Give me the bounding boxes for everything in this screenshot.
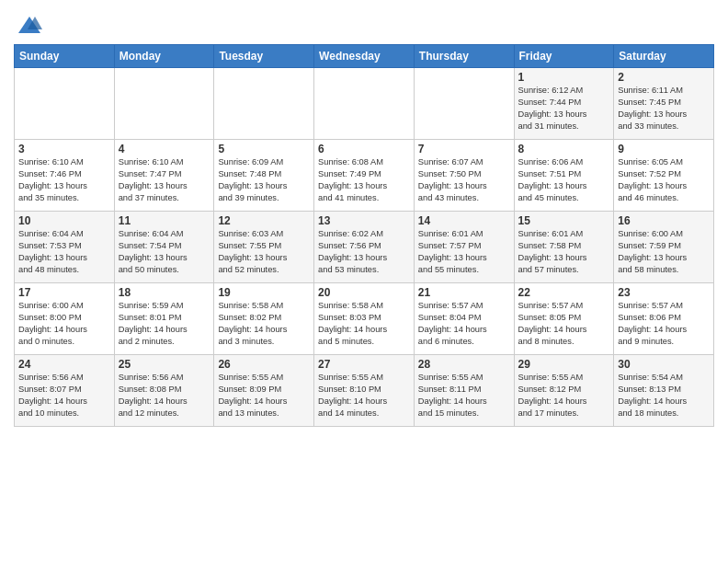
day-number: 12 <box>218 214 310 227</box>
weekday-header-saturday: Saturday <box>614 45 714 68</box>
weekday-header-friday: Friday <box>514 45 614 68</box>
day-info: Sunrise: 6:12 AM Sunset: 7:44 PM Dayligh… <box>518 85 610 132</box>
calendar-cell: 16Sunrise: 6:00 AM Sunset: 7:59 PM Dayli… <box>614 212 714 283</box>
weekday-header-tuesday: Tuesday <box>214 45 314 68</box>
weekday-header-wednesday: Wednesday <box>314 45 415 68</box>
day-info: Sunrise: 5:55 AM Sunset: 8:09 PM Dayligh… <box>218 372 310 419</box>
calendar-cell: 8Sunrise: 6:06 AM Sunset: 7:51 PM Daylig… <box>514 140 614 212</box>
logo <box>14 13 42 39</box>
day-info: Sunrise: 5:57 AM Sunset: 8:05 PM Dayligh… <box>518 300 610 348</box>
calendar-cell: 14Sunrise: 6:01 AM Sunset: 7:57 PM Dayli… <box>414 212 514 283</box>
calendar-page: SundayMondayTuesdayWednesdayThursdayFrid… <box>0 0 728 563</box>
day-number: 5 <box>218 143 310 155</box>
calendar-cell: 17Sunrise: 6:00 AM Sunset: 8:00 PM Dayli… <box>15 283 115 355</box>
calendar-cell: 27Sunrise: 5:55 AM Sunset: 8:10 PM Dayli… <box>314 355 415 427</box>
day-number: 18 <box>119 286 210 299</box>
calendar-cell: 15Sunrise: 6:01 AM Sunset: 7:58 PM Dayli… <box>514 212 614 283</box>
week-row-0: 1Sunrise: 6:12 AM Sunset: 7:44 PM Daylig… <box>15 68 714 140</box>
calendar-cell: 30Sunrise: 5:54 AM Sunset: 8:13 PM Dayli… <box>614 355 714 427</box>
day-info: Sunrise: 6:01 AM Sunset: 7:58 PM Dayligh… <box>518 228 610 276</box>
day-number: 15 <box>518 214 610 227</box>
calendar-cell: 22Sunrise: 5:57 AM Sunset: 8:05 PM Dayli… <box>514 283 614 355</box>
calendar-cell: 2Sunrise: 6:11 AM Sunset: 7:45 PM Daylig… <box>614 68 714 140</box>
weekday-row: SundayMondayTuesdayWednesdayThursdayFrid… <box>15 45 714 68</box>
day-number: 25 <box>119 358 210 371</box>
calendar-cell: 19Sunrise: 5:58 AM Sunset: 8:02 PM Dayli… <box>214 283 314 355</box>
calendar-cell: 1Sunrise: 6:12 AM Sunset: 7:44 PM Daylig… <box>514 68 614 140</box>
calendar-cell: 29Sunrise: 5:55 AM Sunset: 8:12 PM Dayli… <box>514 355 614 427</box>
calendar-cell: 23Sunrise: 5:57 AM Sunset: 8:06 PM Dayli… <box>614 283 714 355</box>
day-info: Sunrise: 6:00 AM Sunset: 7:59 PM Dayligh… <box>618 228 710 276</box>
day-info: Sunrise: 6:10 AM Sunset: 7:46 PM Dayligh… <box>18 156 110 204</box>
week-row-3: 17Sunrise: 6:00 AM Sunset: 8:00 PM Dayli… <box>15 283 714 355</box>
day-info: Sunrise: 6:10 AM Sunset: 7:47 PM Dayligh… <box>119 156 210 204</box>
day-info: Sunrise: 6:11 AM Sunset: 7:45 PM Dayligh… <box>618 85 710 132</box>
day-number: 13 <box>318 214 410 227</box>
day-number: 2 <box>618 71 710 84</box>
weekday-header-sunday: Sunday <box>15 45 115 68</box>
day-info: Sunrise: 6:05 AM Sunset: 7:52 PM Dayligh… <box>618 156 710 204</box>
day-info: Sunrise: 5:57 AM Sunset: 8:06 PM Dayligh… <box>618 300 710 348</box>
day-info: Sunrise: 5:55 AM Sunset: 8:11 PM Dayligh… <box>418 372 510 419</box>
calendar-cell: 13Sunrise: 6:02 AM Sunset: 7:56 PM Dayli… <box>314 212 415 283</box>
calendar-cell: 10Sunrise: 6:04 AM Sunset: 7:53 PM Dayli… <box>15 212 115 283</box>
day-info: Sunrise: 5:59 AM Sunset: 8:01 PM Dayligh… <box>119 300 210 348</box>
day-info: Sunrise: 5:56 AM Sunset: 8:08 PM Dayligh… <box>119 372 210 419</box>
day-number: 11 <box>119 214 210 227</box>
day-number: 26 <box>218 358 310 371</box>
day-number: 22 <box>518 286 610 299</box>
day-info: Sunrise: 6:09 AM Sunset: 7:48 PM Dayligh… <box>218 156 310 204</box>
day-number: 8 <box>518 143 610 155</box>
calendar-cell <box>314 68 415 140</box>
day-number: 28 <box>418 358 510 371</box>
calendar-cell: 3Sunrise: 6:10 AM Sunset: 7:46 PM Daylig… <box>15 140 115 212</box>
day-number: 17 <box>18 286 110 299</box>
day-number: 16 <box>618 214 710 227</box>
day-number: 29 <box>518 358 610 371</box>
calendar-cell <box>15 68 115 140</box>
day-info: Sunrise: 6:01 AM Sunset: 7:57 PM Dayligh… <box>418 228 510 276</box>
calendar-cell: 11Sunrise: 6:04 AM Sunset: 7:54 PM Dayli… <box>114 212 214 283</box>
calendar-cell: 4Sunrise: 6:10 AM Sunset: 7:47 PM Daylig… <box>114 140 214 212</box>
calendar-cell <box>414 68 514 140</box>
calendar-header: SundayMondayTuesdayWednesdayThursdayFrid… <box>15 45 714 68</box>
day-info: Sunrise: 6:07 AM Sunset: 7:50 PM Dayligh… <box>418 156 510 204</box>
calendar-cell: 7Sunrise: 6:07 AM Sunset: 7:50 PM Daylig… <box>414 140 514 212</box>
calendar-cell: 24Sunrise: 5:56 AM Sunset: 8:07 PM Dayli… <box>15 355 115 427</box>
calendar-cell: 12Sunrise: 6:03 AM Sunset: 7:55 PM Dayli… <box>214 212 314 283</box>
header <box>14 9 714 39</box>
day-info: Sunrise: 6:00 AM Sunset: 8:00 PM Dayligh… <box>18 300 110 348</box>
day-number: 24 <box>18 358 110 371</box>
calendar-cell: 21Sunrise: 5:57 AM Sunset: 8:04 PM Dayli… <box>414 283 514 355</box>
day-info: Sunrise: 6:06 AM Sunset: 7:51 PM Dayligh… <box>518 156 610 204</box>
day-number: 23 <box>618 286 710 299</box>
calendar-cell <box>114 68 214 140</box>
day-number: 4 <box>119 143 210 155</box>
day-info: Sunrise: 5:55 AM Sunset: 8:10 PM Dayligh… <box>318 372 410 419</box>
logo-icon <box>17 13 42 39</box>
week-row-2: 10Sunrise: 6:04 AM Sunset: 7:53 PM Dayli… <box>15 212 714 283</box>
day-number: 1 <box>518 71 610 84</box>
day-info: Sunrise: 5:57 AM Sunset: 8:04 PM Dayligh… <box>418 300 510 348</box>
day-number: 9 <box>618 143 710 155</box>
calendar-table: SundayMondayTuesdayWednesdayThursdayFrid… <box>14 44 714 427</box>
day-number: 30 <box>618 358 710 371</box>
day-number: 27 <box>318 358 410 371</box>
day-info: Sunrise: 6:03 AM Sunset: 7:55 PM Dayligh… <box>218 228 310 276</box>
day-info: Sunrise: 5:55 AM Sunset: 8:12 PM Dayligh… <box>518 372 610 419</box>
day-info: Sunrise: 5:54 AM Sunset: 8:13 PM Dayligh… <box>618 372 710 419</box>
day-number: 19 <box>218 286 310 299</box>
day-info: Sunrise: 6:02 AM Sunset: 7:56 PM Dayligh… <box>318 228 410 276</box>
day-info: Sunrise: 6:04 AM Sunset: 7:53 PM Dayligh… <box>18 228 110 276</box>
calendar-cell: 5Sunrise: 6:09 AM Sunset: 7:48 PM Daylig… <box>214 140 314 212</box>
week-row-4: 24Sunrise: 5:56 AM Sunset: 8:07 PM Dayli… <box>15 355 714 427</box>
calendar-cell: 18Sunrise: 5:59 AM Sunset: 8:01 PM Dayli… <box>114 283 214 355</box>
day-info: Sunrise: 6:04 AM Sunset: 7:54 PM Dayligh… <box>119 228 210 276</box>
day-number: 21 <box>418 286 510 299</box>
weekday-header-monday: Monday <box>114 45 214 68</box>
day-number: 14 <box>418 214 510 227</box>
calendar-cell: 20Sunrise: 5:58 AM Sunset: 8:03 PM Dayli… <box>314 283 415 355</box>
calendar-cell: 6Sunrise: 6:08 AM Sunset: 7:49 PM Daylig… <box>314 140 415 212</box>
day-number: 10 <box>18 214 110 227</box>
calendar-body: 1Sunrise: 6:12 AM Sunset: 7:44 PM Daylig… <box>15 68 714 427</box>
